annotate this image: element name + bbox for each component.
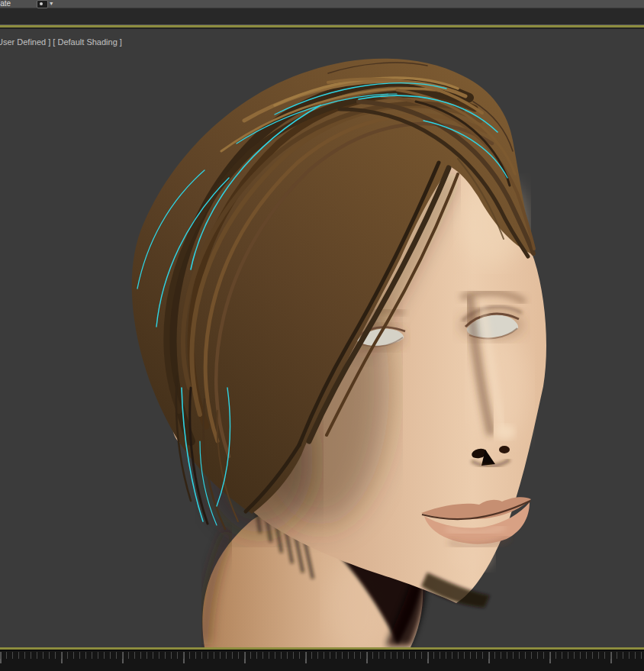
tool-dropdown-button[interactable]: ▾ bbox=[37, 0, 53, 8]
viewport-shading-label[interactable]: User Defined ] [ Default Shading ] bbox=[0, 37, 122, 47]
timeline-trackbar[interactable] bbox=[0, 650, 644, 671]
application-window: late ▾ User Defined ] [ Default Shading … bbox=[0, 0, 644, 671]
viewport-canvas[interactable]: User Defined ] [ Default Shading ] bbox=[0, 29, 644, 647]
menu-strip bbox=[0, 8, 644, 25]
chevron-down-icon: ▾ bbox=[50, 1, 53, 7]
toolbar: late ▾ bbox=[0, 0, 644, 8]
toolbar-label: late bbox=[0, 0, 11, 8]
head-model bbox=[0, 29, 644, 647]
tool-icon bbox=[37, 0, 48, 8]
